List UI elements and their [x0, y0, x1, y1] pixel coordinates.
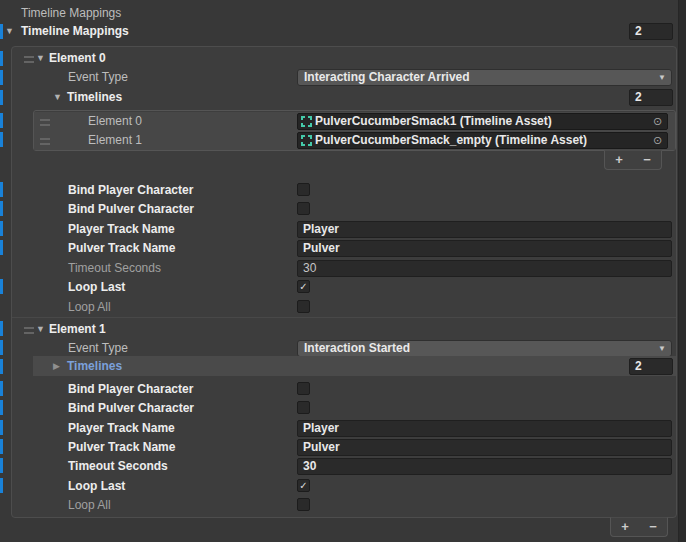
loop-last-checkbox[interactable]: ✓ [297, 479, 310, 492]
player-track-name-input[interactable]: Player [297, 420, 672, 437]
override-bar [0, 340, 3, 355]
prop-label: Player Track Name [68, 419, 175, 437]
event-type-label: Event Type [68, 68, 128, 86]
override-bar [0, 359, 3, 374]
override-bar [0, 24, 3, 39]
override-bar [0, 400, 3, 415]
player-track-name-input[interactable]: Player [297, 221, 672, 238]
unity-inspector-timeline-mappings: Timeline Mappings ▼ Timeline Mappings 2 … [0, 0, 686, 542]
array-title: Timeline Mappings [21, 22, 129, 40]
timeline-asset-icon [301, 135, 312, 146]
timeline-asset-field[interactable]: PulverCucumberSmack_empty (Timeline Asse… [297, 132, 668, 149]
timeline-asset-name: PulverCucumberSmack_empty (Timeline Asse… [315, 133, 587, 148]
loop-last-checkbox[interactable]: ✓ [297, 280, 310, 293]
override-bar [0, 478, 3, 493]
timeline-item-0-label: Element 0 [88, 112, 142, 130]
override-bar [0, 240, 3, 255]
bind-pulver-character-checkbox[interactable] [297, 401, 310, 414]
override-bar [0, 201, 3, 216]
override-bar [0, 439, 3, 454]
override-bar [0, 51, 3, 66]
prop-label: Loop Last [68, 477, 125, 495]
prop-label: Bind Pulver Character [68, 399, 194, 417]
override-bar [0, 381, 3, 396]
right-gutter [678, 0, 686, 542]
selected-row-highlight [33, 356, 676, 376]
foldout-open-icon[interactable]: ▼ [53, 88, 62, 106]
element-separator [12, 317, 676, 318]
timeline-asset-name: PulverCucumberSmack1 (Timeline Asset) [315, 114, 552, 129]
prop-label: Loop All [68, 298, 111, 316]
override-bar [0, 420, 3, 435]
timelines-size-input[interactable]: 2 [629, 89, 673, 106]
prop-label: Player Track Name [68, 220, 175, 238]
add-element-button[interactable]: + [605, 151, 633, 169]
override-bar [0, 182, 3, 197]
timelines-list-footer: + − [604, 150, 662, 170]
event-type-label: Event Type [68, 339, 128, 357]
element-0-title: Element 0 [49, 49, 106, 67]
bind-player-character-checkbox[interactable] [297, 183, 310, 196]
pulver-track-name-input[interactable]: Pulver [297, 240, 672, 257]
bind-player-character-checkbox[interactable] [297, 382, 310, 395]
prop-label: Timeout Seconds [68, 259, 161, 277]
foldout-open-icon[interactable]: ▼ [5, 22, 14, 40]
timeout-seconds-input[interactable]: 30 [297, 260, 672, 277]
loop-all-checkbox[interactable] [297, 300, 310, 313]
prop-label: Loop Last [68, 278, 125, 296]
prop-label: Pulver Track Name [68, 438, 175, 456]
event-type-value: Interacting Character Arrived [304, 70, 470, 84]
timeout-seconds-input[interactable]: 30 [297, 458, 672, 475]
event-type-value: Interaction Started [304, 341, 410, 355]
array-footer: + − [610, 517, 668, 537]
array-size-input[interactable]: 2 [629, 23, 673, 40]
drag-handle-icon[interactable] [40, 138, 50, 145]
prop-label: Timeout Seconds [68, 457, 168, 475]
override-bar [0, 70, 3, 85]
override-bar [0, 221, 3, 236]
dropdown-arrow-icon: ▼ [658, 70, 666, 85]
timelines-title-selected: Timelines [67, 357, 122, 375]
override-bar [0, 279, 3, 294]
pulver-track-name-input[interactable]: Pulver [297, 439, 672, 456]
override-bar [0, 90, 3, 105]
event-type-dropdown[interactable]: Interacting Character Arrived ▼ [297, 69, 672, 86]
context-label: Timeline Mappings [21, 4, 121, 22]
loop-all-checkbox[interactable] [297, 498, 310, 511]
drag-handle-icon[interactable] [24, 56, 34, 63]
object-picker-icon[interactable]: ⊙ [650, 133, 665, 148]
remove-element-button[interactable]: − [633, 151, 661, 169]
bind-pulver-character-checkbox[interactable] [297, 202, 310, 215]
prop-label: Bind Player Character [68, 181, 193, 199]
timeline-asset-icon [301, 116, 312, 127]
timeline-asset-field[interactable]: PulverCucumberSmack1 (Timeline Asset) ⊙ [297, 113, 668, 130]
prop-label: Loop All [68, 496, 111, 514]
override-bar [0, 458, 3, 473]
drag-handle-icon[interactable] [40, 119, 50, 126]
add-element-button[interactable]: + [611, 518, 639, 536]
override-bar [0, 321, 3, 336]
foldout-open-icon[interactable]: ▼ [36, 320, 45, 338]
remove-element-button[interactable]: − [639, 518, 667, 536]
timelines-title: Timelines [67, 88, 122, 106]
object-picker-icon[interactable]: ⊙ [650, 114, 665, 129]
drag-handle-icon[interactable] [24, 327, 34, 334]
prop-label: Bind Pulver Character [68, 200, 194, 218]
element-1-title: Element 1 [49, 320, 106, 338]
override-bar [0, 113, 3, 128]
override-bar [0, 132, 3, 147]
foldout-closed-icon[interactable]: ▶ [53, 357, 60, 375]
dropdown-arrow-icon: ▼ [658, 341, 666, 356]
prop-label: Bind Player Character [68, 380, 193, 398]
event-type-dropdown[interactable]: Interaction Started ▼ [297, 340, 672, 357]
timelines-size-input[interactable]: 2 [629, 358, 673, 375]
foldout-open-icon[interactable]: ▼ [36, 49, 45, 67]
timeline-item-1-label: Element 1 [88, 131, 142, 149]
prop-label: Pulver Track Name [68, 239, 175, 257]
